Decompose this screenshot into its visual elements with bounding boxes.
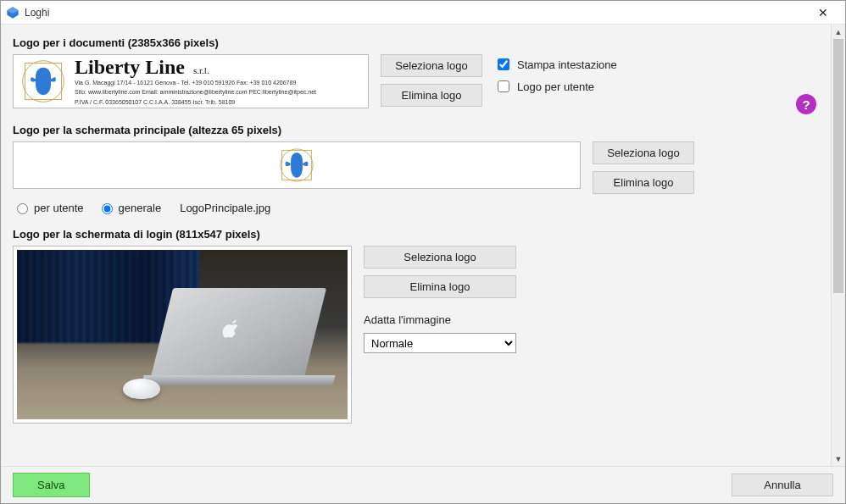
- select-login-logo-button[interactable]: Seleziona logo: [364, 246, 516, 269]
- print-header-checkbox[interactable]: Stampa intestazione: [494, 56, 617, 73]
- splash-logo-preview: [13, 141, 581, 189]
- titlebar: Loghi ✕: [1, 1, 845, 25]
- window-title: Loghi: [25, 7, 806, 19]
- login-scene: [17, 250, 348, 419]
- document-logo-options: Stampa intestazione Logo per utente: [494, 54, 617, 95]
- app-icon: [6, 6, 19, 19]
- laptop-graphic: [142, 284, 334, 385]
- company-name: Liberty Line s.r.l.: [75, 57, 316, 77]
- svg-point-4: [40, 69, 47, 76]
- print-header-input[interactable]: [498, 58, 509, 70]
- section-splash-title: Logo per la schermata principale (altezz…: [13, 124, 819, 136]
- logo-per-user-label: Logo per utente: [517, 80, 594, 93]
- scroll-thumb[interactable]: [833, 39, 843, 293]
- splash-logo-buttons: Seleziona logo Elimina logo: [593, 141, 694, 194]
- close-button[interactable]: ✕: [806, 1, 840, 25]
- section-login: Seleziona logo Elimina logo Adatta l'imm…: [13, 246, 819, 424]
- print-header-label: Stampa intestazione: [517, 58, 617, 71]
- radio-general-label: generale: [119, 202, 162, 214]
- fit-image-select[interactable]: Normale: [364, 333, 516, 353]
- company-address-line3: P.IVA / C.F. 03365050107 C.C.I.A.A. 3384…: [75, 99, 316, 106]
- login-logo-preview: [13, 246, 352, 424]
- radio-per-user-label: per utente: [34, 202, 84, 214]
- vertical-scrollbar[interactable]: ▲ ▼: [831, 25, 845, 466]
- logo-per-user-input[interactable]: [498, 80, 509, 92]
- cancel-button[interactable]: Annulla: [732, 474, 833, 496]
- save-button[interactable]: Salva: [13, 473, 90, 497]
- company-address-line2: Sito: www.libertyline.com Email: amminis…: [75, 89, 316, 96]
- section-documents-title: Logo per i documenti (2385x366 pixels): [13, 36, 819, 49]
- delete-login-logo-button[interactable]: Elimina logo: [364, 275, 516, 298]
- company-logo-text: Liberty Line s.r.l. Via G. Macaggi 17/14…: [75, 57, 316, 106]
- content: Logo per i documenti (2385x366 pixels) L…: [1, 25, 831, 466]
- section-documents: Liberty Line s.r.l. Via G. Macaggi 17/14…: [13, 54, 819, 108]
- radio-per-user-input[interactable]: [17, 203, 28, 214]
- splash-radio-row: per utente generale LogoPrincipale.jpg: [13, 201, 819, 214]
- delete-document-logo-button[interactable]: Elimina logo: [381, 84, 482, 107]
- delete-splash-logo-button[interactable]: Elimina logo: [593, 171, 694, 194]
- section-splash: Seleziona logo Elimina logo: [13, 141, 819, 194]
- section-login-title: Logo per la schermata di login (811x547 …: [13, 228, 819, 241]
- document-logo-buttons: Seleziona logo Elimina logo: [381, 54, 482, 107]
- radio-general[interactable]: generale: [97, 201, 162, 214]
- mouse-graphic: [123, 379, 160, 399]
- company-address-line1: Via G. Macaggi 17/14 - 16121 Genova - Te…: [75, 80, 316, 86]
- scroll-down-icon[interactable]: ▼: [832, 451, 845, 466]
- scroll-up-icon[interactable]: ▲: [832, 25, 845, 39]
- help-icon[interactable]: ?: [796, 94, 816, 114]
- company-emblem-icon: [20, 58, 66, 104]
- window: Loghi ✕ Logo per i documenti (2385x366 p…: [0, 0, 846, 504]
- logo-per-user-checkbox[interactable]: Logo per utente: [494, 78, 617, 95]
- login-logo-controls: Seleziona logo Elimina logo Adatta l'imm…: [364, 246, 516, 353]
- select-document-logo-button[interactable]: Seleziona logo: [381, 54, 482, 77]
- splash-filename: LogoPrincipale.jpg: [180, 202, 270, 214]
- document-logo-preview: Liberty Line s.r.l. Via G. Macaggi 17/14…: [13, 54, 369, 108]
- fit-image-label: Adatta l'immagine: [364, 313, 516, 326]
- body: Logo per i documenti (2385x366 pixels) L…: [1, 25, 845, 466]
- scroll-track[interactable]: [832, 39, 845, 451]
- splash-emblem-icon: [275, 147, 319, 184]
- radio-per-user[interactable]: per utente: [13, 201, 84, 214]
- svg-point-7: [294, 153, 300, 159]
- select-splash-logo-button[interactable]: Seleziona logo: [593, 141, 694, 164]
- footer: Salva Annulla: [1, 466, 845, 503]
- radio-general-input[interactable]: [102, 203, 113, 214]
